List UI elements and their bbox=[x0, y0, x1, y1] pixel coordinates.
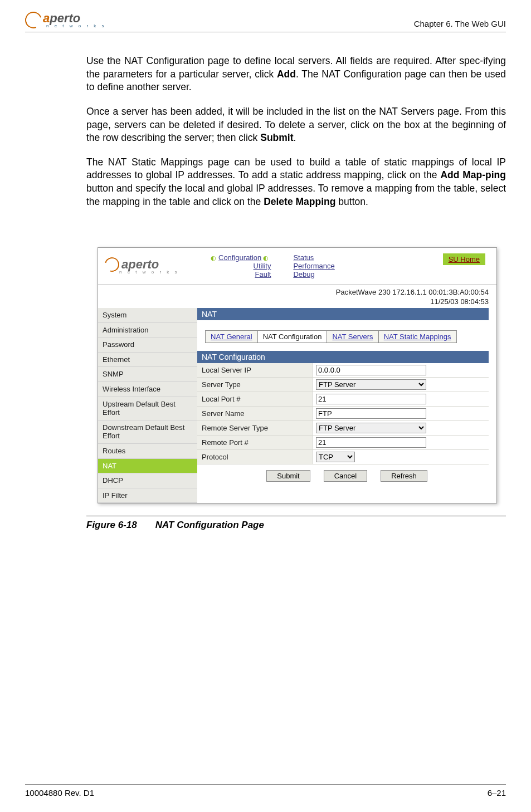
select-protocol[interactable]: TCP bbox=[316, 452, 355, 462]
nav-configuration[interactable]: Configuration bbox=[218, 253, 261, 262]
footer-right: 6–21 bbox=[488, 788, 506, 798]
row-remote-server-type: Remote Server Type FTP Server bbox=[197, 421, 489, 436]
figure-rule bbox=[86, 516, 506, 516]
section-title: NAT bbox=[197, 308, 489, 320]
marker-icon: ◐ bbox=[211, 255, 216, 261]
su-home-wrap: SU Home bbox=[443, 253, 485, 265]
paragraph-2: Once a server has been added, it will be… bbox=[86, 105, 506, 145]
doc-logo: aapertoperto n e t w o r k s bbox=[25, 11, 106, 28]
datetime-line: 11/25/03 08:04:53 bbox=[98, 297, 489, 307]
sidebar-item-administration[interactable]: Administration bbox=[98, 323, 197, 338]
input-server-name[interactable] bbox=[316, 408, 426, 419]
doc-logo-subtext: n e t w o r k s bbox=[46, 23, 106, 28]
device-info: PacketWave 230 172.16.1.1 00:01:3B:A0:00… bbox=[98, 285, 496, 308]
gui-top-nav: ◐Configuration ◐ Utility Fault Status Pe… bbox=[211, 253, 492, 278]
sidebar-item-downstream[interactable]: Downstream Default Best Effort bbox=[98, 420, 197, 444]
nav-col-1: ◐Configuration ◐ Utility Fault bbox=[211, 253, 271, 278]
sidebar: System Administration Password Ethernet … bbox=[98, 308, 197, 503]
label-local-server-ip: Local Server IP bbox=[197, 363, 312, 377]
tab-nat-general[interactable]: NAT General bbox=[206, 331, 258, 343]
nav-col-2: Status Performance Debug bbox=[293, 253, 334, 278]
row-local-port: Local Port # bbox=[197, 392, 489, 407]
sidebar-item-wireless[interactable]: Wireless Interface bbox=[98, 382, 197, 397]
swoosh-icon bbox=[22, 9, 45, 31]
tab-nat-configuration[interactable]: NAT Configuration bbox=[258, 331, 328, 343]
sidebar-item-ethernet[interactable]: Ethernet bbox=[98, 353, 197, 368]
tab-bar: NAT General NAT Configuration NAT Server… bbox=[205, 330, 457, 343]
nav-status[interactable]: Status bbox=[293, 253, 314, 262]
marker-icon: ◐ bbox=[261, 255, 269, 261]
sidebar-item-password[interactable]: Password bbox=[98, 337, 197, 353]
device-line: PacketWave 230 172.16.1.1 00:01:3B:A0:00… bbox=[98, 288, 489, 297]
su-home-button[interactable]: SU Home bbox=[443, 253, 485, 265]
input-remote-port[interactable] bbox=[316, 437, 426, 448]
select-server-type[interactable]: FTP Server bbox=[316, 379, 426, 390]
nav-fault[interactable]: Fault bbox=[255, 270, 271, 278]
nat-config-form: Local Server IP Server Type FTP Server L… bbox=[197, 363, 489, 464]
paragraph-3: The NAT Static Mappings page can be used… bbox=[86, 156, 506, 209]
label-protocol: Protocol bbox=[197, 450, 312, 464]
label-remote-server-type: Remote Server Type bbox=[197, 421, 312, 435]
gui-screenshot: aperto n e t w o r k s ◐Configuration ◐ … bbox=[98, 247, 497, 503]
nav-debug[interactable]: Debug bbox=[293, 270, 314, 278]
gui-logo-subtext: n e t w o r k s bbox=[119, 270, 211, 275]
sidebar-item-ipfilter[interactable]: IP Filter bbox=[98, 488, 197, 503]
sidebar-item-snmp[interactable]: SNMP bbox=[98, 367, 197, 382]
main-panel: NAT NAT General NAT Configuration NAT Se… bbox=[197, 308, 496, 493]
nav-performance[interactable]: Performance bbox=[293, 262, 334, 270]
submit-button[interactable]: Submit bbox=[266, 470, 310, 482]
sidebar-item-upstream[interactable]: Upstream Default Best Effort bbox=[98, 397, 197, 420]
sidebar-item-system[interactable]: System bbox=[98, 308, 197, 323]
label-server-name: Server Name bbox=[197, 407, 312, 420]
input-local-port[interactable] bbox=[316, 394, 426, 404]
nav-utility[interactable]: Utility bbox=[254, 262, 271, 270]
panel-title: NAT Configuration bbox=[197, 351, 489, 363]
row-protocol: Protocol TCP bbox=[197, 450, 489, 464]
paragraph-1: Use the NAT Configuration page to define… bbox=[86, 55, 506, 94]
body-text: Use the NAT Configuration page to define… bbox=[86, 55, 506, 208]
row-remote-port: Remote Port # bbox=[197, 436, 489, 450]
cancel-button[interactable]: Cancel bbox=[324, 470, 367, 482]
gui-logo: aperto n e t w o r k s bbox=[103, 257, 211, 275]
footer-left: 10004880 Rev. D1 bbox=[25, 788, 94, 798]
sidebar-item-nat[interactable]: NAT bbox=[98, 459, 197, 474]
label-server-type: Server Type bbox=[197, 378, 312, 392]
document-page: aapertoperto n e t w o r k s Chapter 6. … bbox=[0, 0, 531, 812]
chapter-title: Chapter 6. The Web GUI bbox=[414, 19, 506, 28]
row-server-type: Server Type FTP Server bbox=[197, 378, 489, 392]
row-local-server-ip: Local Server IP bbox=[197, 363, 489, 378]
label-local-port: Local Port # bbox=[197, 392, 312, 406]
select-remote-server-type[interactable]: FTP Server bbox=[316, 423, 426, 433]
sidebar-item-dhcp[interactable]: DHCP bbox=[98, 473, 197, 488]
gui-body: System Administration Password Ethernet … bbox=[98, 308, 496, 503]
button-row: Submit Cancel Refresh bbox=[197, 464, 496, 485]
figure-caption: Figure 6-18 NAT Configuration Page bbox=[86, 520, 506, 531]
page-footer: 10004880 Rev. D1 6–21 bbox=[25, 784, 506, 798]
page-header: aapertoperto n e t w o r k s Chapter 6. … bbox=[25, 11, 506, 32]
refresh-button[interactable]: Refresh bbox=[381, 470, 427, 482]
gui-topbar: aperto n e t w o r k s ◐Configuration ◐ … bbox=[98, 248, 496, 285]
row-server-name: Server Name bbox=[197, 407, 489, 421]
input-local-server-ip[interactable] bbox=[316, 365, 426, 375]
sidebar-item-routes[interactable]: Routes bbox=[98, 444, 197, 459]
tab-nat-servers[interactable]: NAT Servers bbox=[327, 331, 378, 343]
label-remote-port: Remote Port # bbox=[197, 436, 312, 449]
tab-nat-static-mappings[interactable]: NAT Static Mappings bbox=[379, 331, 456, 343]
